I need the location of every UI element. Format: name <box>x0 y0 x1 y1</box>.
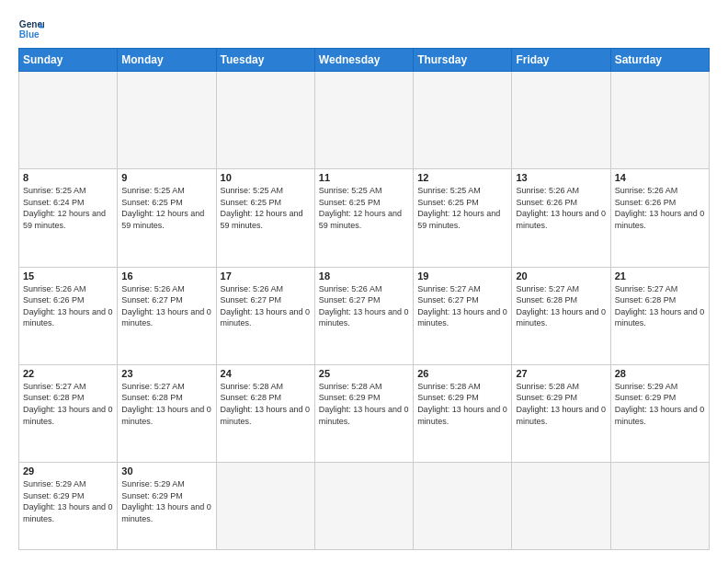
day-number: 28 <box>615 368 705 379</box>
calendar-day-8: 8Sunrise: 5:25 AMSunset: 6:24 PMDaylight… <box>19 169 118 267</box>
day-info: Sunrise: 5:26 AMSunset: 6:26 PMDaylight:… <box>516 186 606 230</box>
weekday-header-saturday: Saturday <box>610 49 709 72</box>
day-number: 20 <box>516 270 606 282</box>
calendar-day-16: 16Sunrise: 5:26 AMSunset: 6:27 PMDayligh… <box>118 267 216 364</box>
calendar-empty <box>19 72 118 169</box>
day-info: Sunrise: 5:26 AMSunset: 6:27 PMDaylight:… <box>319 284 409 328</box>
page: General Blue SundayMondayTuesdayWednesda… <box>0 0 728 563</box>
calendar-day-13: 13Sunrise: 5:26 AMSunset: 6:26 PMDayligh… <box>512 169 610 267</box>
calendar-day-28: 28Sunrise: 5:29 AMSunset: 6:29 PMDayligh… <box>610 364 709 462</box>
day-number: 27 <box>516 368 606 379</box>
calendar-week-3: 15Sunrise: 5:26 AMSunset: 6:26 PMDayligh… <box>19 267 710 364</box>
logo: General Blue <box>18 17 44 42</box>
calendar-week-2: 8Sunrise: 5:25 AMSunset: 6:24 PMDaylight… <box>19 169 710 267</box>
calendar-empty <box>118 72 216 169</box>
day-info: Sunrise: 5:27 AMSunset: 6:28 PMDaylight:… <box>516 284 606 328</box>
day-info: Sunrise: 5:29 AMSunset: 6:29 PMDaylight:… <box>23 479 113 523</box>
header: General Blue <box>18 17 710 42</box>
calendar-empty <box>512 72 610 169</box>
calendar-empty <box>414 463 512 550</box>
day-number: 30 <box>121 465 211 477</box>
weekday-header-tuesday: Tuesday <box>216 49 314 72</box>
day-info: Sunrise: 5:25 AMSunset: 6:25 PMDaylight:… <box>221 186 303 230</box>
calendar-day-9: 9Sunrise: 5:25 AMSunset: 6:25 PMDaylight… <box>118 169 216 267</box>
day-number: 18 <box>319 270 409 282</box>
calendar-table: SundayMondayTuesdayWednesdayThursdayFrid… <box>18 48 710 550</box>
weekday-header-sunday: Sunday <box>19 49 118 72</box>
calendar-day-23: 23Sunrise: 5:27 AMSunset: 6:28 PMDayligh… <box>118 364 216 462</box>
day-info: Sunrise: 5:26 AMSunset: 6:27 PMDaylight:… <box>221 284 311 328</box>
day-number: 11 <box>319 172 409 183</box>
day-info: Sunrise: 5:28 AMSunset: 6:29 PMDaylight:… <box>319 382 409 426</box>
calendar-header-row: SundayMondayTuesdayWednesdayThursdayFrid… <box>19 49 710 72</box>
day-info: Sunrise: 5:28 AMSunset: 6:29 PMDaylight:… <box>516 382 606 426</box>
day-number: 17 <box>221 270 311 282</box>
calendar-empty <box>216 72 314 169</box>
day-number: 22 <box>23 368 113 379</box>
day-info: Sunrise: 5:28 AMSunset: 6:29 PMDaylight:… <box>417 382 507 426</box>
calendar-day-22: 22Sunrise: 5:27 AMSunset: 6:28 PMDayligh… <box>19 364 118 462</box>
calendar-day-12: 12Sunrise: 5:25 AMSunset: 6:25 PMDayligh… <box>414 169 512 267</box>
calendar-day-20: 20Sunrise: 5:27 AMSunset: 6:28 PMDayligh… <box>512 267 610 364</box>
day-info: Sunrise: 5:25 AMSunset: 6:25 PMDaylight:… <box>121 186 204 230</box>
calendar-empty <box>314 463 413 550</box>
calendar-day-25: 25Sunrise: 5:28 AMSunset: 6:29 PMDayligh… <box>314 364 413 462</box>
weekday-header-monday: Monday <box>118 49 216 72</box>
svg-text:Blue: Blue <box>19 29 40 40</box>
calendar-empty <box>314 72 413 169</box>
calendar-empty <box>414 72 512 169</box>
calendar-day-14: 14Sunrise: 5:26 AMSunset: 6:26 PMDayligh… <box>610 169 709 267</box>
calendar-week-4: 22Sunrise: 5:27 AMSunset: 6:28 PMDayligh… <box>19 364 710 462</box>
calendar-day-17: 17Sunrise: 5:26 AMSunset: 6:27 PMDayligh… <box>216 267 314 364</box>
day-info: Sunrise: 5:27 AMSunset: 6:28 PMDaylight:… <box>121 382 211 426</box>
day-number: 8 <box>23 172 113 183</box>
weekday-header-thursday: Thursday <box>414 49 512 72</box>
weekday-header-wednesday: Wednesday <box>314 49 413 72</box>
day-info: Sunrise: 5:25 AMSunset: 6:24 PMDaylight:… <box>23 186 106 230</box>
day-info: Sunrise: 5:27 AMSunset: 6:28 PMDaylight:… <box>23 382 113 426</box>
calendar-empty <box>610 463 709 550</box>
day-info: Sunrise: 5:27 AMSunset: 6:28 PMDaylight:… <box>615 284 705 328</box>
day-info: Sunrise: 5:26 AMSunset: 6:26 PMDaylight:… <box>615 186 705 230</box>
calendar-week-5: 29Sunrise: 5:29 AMSunset: 6:29 PMDayligh… <box>19 463 710 550</box>
day-info: Sunrise: 5:26 AMSunset: 6:26 PMDaylight:… <box>23 284 113 328</box>
calendar-empty <box>512 463 610 550</box>
day-number: 13 <box>516 172 606 183</box>
calendar-empty <box>216 463 314 550</box>
calendar-day-11: 11Sunrise: 5:25 AMSunset: 6:25 PMDayligh… <box>314 169 413 267</box>
logo-icon: General Blue <box>18 17 44 42</box>
day-number: 29 <box>23 465 113 477</box>
weekday-header-friday: Friday <box>512 49 610 72</box>
day-number: 16 <box>121 270 211 282</box>
day-info: Sunrise: 5:25 AMSunset: 6:25 PMDaylight:… <box>319 186 402 230</box>
day-number: 10 <box>221 172 311 183</box>
day-number: 25 <box>319 368 409 379</box>
calendar-day-18: 18Sunrise: 5:26 AMSunset: 6:27 PMDayligh… <box>314 267 413 364</box>
day-info: Sunrise: 5:29 AMSunset: 6:29 PMDaylight:… <box>121 479 211 523</box>
calendar-day-29: 29Sunrise: 5:29 AMSunset: 6:29 PMDayligh… <box>19 463 118 550</box>
day-info: Sunrise: 5:26 AMSunset: 6:27 PMDaylight:… <box>121 284 211 328</box>
calendar-day-15: 15Sunrise: 5:26 AMSunset: 6:26 PMDayligh… <box>19 267 118 364</box>
day-number: 9 <box>121 172 211 183</box>
day-info: Sunrise: 5:28 AMSunset: 6:28 PMDaylight:… <box>221 382 311 426</box>
day-info: Sunrise: 5:25 AMSunset: 6:25 PMDaylight:… <box>417 186 500 230</box>
day-number: 24 <box>221 368 311 379</box>
day-number: 19 <box>417 270 507 282</box>
day-number: 14 <box>615 172 705 183</box>
day-number: 26 <box>417 368 507 379</box>
calendar-day-27: 27Sunrise: 5:28 AMSunset: 6:29 PMDayligh… <box>512 364 610 462</box>
day-info: Sunrise: 5:27 AMSunset: 6:27 PMDaylight:… <box>417 284 507 328</box>
day-info: Sunrise: 5:29 AMSunset: 6:29 PMDaylight:… <box>615 382 705 426</box>
calendar-day-26: 26Sunrise: 5:28 AMSunset: 6:29 PMDayligh… <box>414 364 512 462</box>
calendar-day-21: 21Sunrise: 5:27 AMSunset: 6:28 PMDayligh… <box>610 267 709 364</box>
day-number: 15 <box>23 270 113 282</box>
day-number: 23 <box>121 368 211 379</box>
calendar-body: 8Sunrise: 5:25 AMSunset: 6:24 PMDaylight… <box>19 72 710 550</box>
calendar-day-24: 24Sunrise: 5:28 AMSunset: 6:28 PMDayligh… <box>216 364 314 462</box>
calendar-day-19: 19Sunrise: 5:27 AMSunset: 6:27 PMDayligh… <box>414 267 512 364</box>
day-number: 21 <box>615 270 705 282</box>
calendar-day-10: 10Sunrise: 5:25 AMSunset: 6:25 PMDayligh… <box>216 169 314 267</box>
calendar-week-1 <box>19 72 710 169</box>
calendar-empty <box>610 72 709 169</box>
day-number: 12 <box>417 172 507 183</box>
